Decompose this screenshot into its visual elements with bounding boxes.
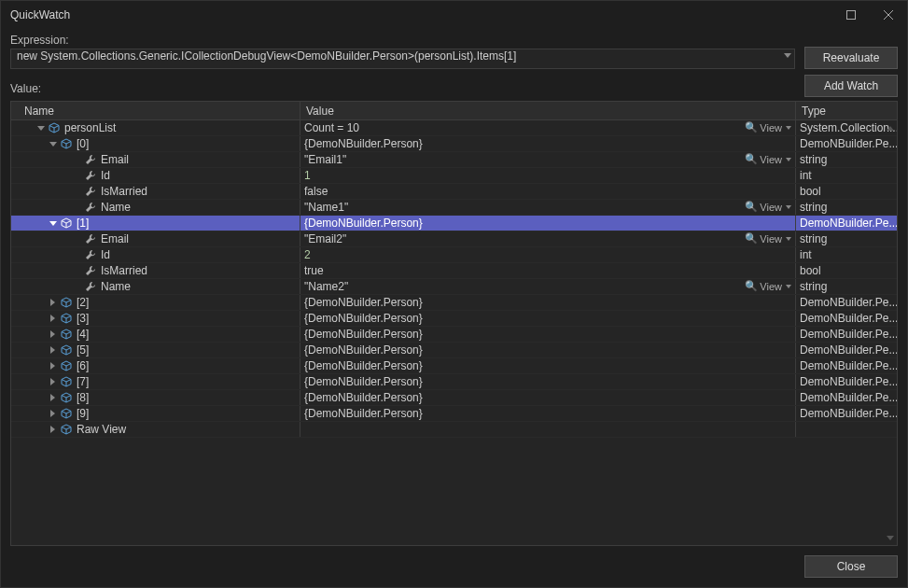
chevron-down-icon[interactable] — [35, 123, 46, 133]
maximize-button[interactable] — [832, 1, 870, 29]
table-row[interactable]: Email"Email1"🔍Viewstring — [11, 152, 897, 168]
table-row[interactable]: [3]{DemoNBuilder.Person}DemoNBuilder.Pe.… — [11, 311, 897, 327]
column-type-header[interactable]: Type — [796, 102, 897, 119]
table-row[interactable]: [7]{DemoNBuilder.Person}DemoNBuilder.Pe.… — [11, 374, 897, 390]
table-row[interactable]: [1]{DemoNBuilder.Person}DemoNBuilder.Pe.… — [11, 216, 897, 231]
add-watch-button[interactable]: Add Watch — [804, 75, 898, 97]
cell-type: DemoNBuilder.Pe... — [796, 216, 897, 231]
cell-value[interactable]: {DemoNBuilder.Person} — [300, 406, 796, 421]
value-label: Value: — [10, 82, 795, 95]
cell-value[interactable]: {DemoNBuilder.Person} — [300, 216, 796, 231]
cell-value[interactable]: {DemoNBuilder.Person} — [300, 390, 796, 405]
cell-value[interactable]: "Email2"🔍View — [300, 231, 796, 246]
cell-value[interactable]: false — [300, 184, 796, 199]
cell-value[interactable]: {DemoNBuilder.Person} — [300, 343, 796, 357]
cell-type: string — [796, 152, 897, 167]
row-name-text: Raw View — [77, 423, 126, 436]
table-row[interactable]: [9]{DemoNBuilder.Person}DemoNBuilder.Pe.… — [11, 406, 897, 422]
cell-value[interactable]: "Name1"🔍View — [300, 200, 796, 215]
property-icon — [84, 153, 97, 166]
chevron-right-icon[interactable] — [48, 425, 58, 435]
chevron-down-icon[interactable] — [786, 158, 791, 161]
view-visualizer-button[interactable]: 🔍View — [745, 121, 791, 133]
view-visualizer-button[interactable]: 🔍View — [745, 232, 791, 245]
cell-value[interactable]: {DemoNBuilder.Person} — [300, 358, 796, 373]
chevron-down-icon[interactable] — [786, 285, 791, 288]
cell-value[interactable]: true — [300, 263, 796, 278]
table-row[interactable]: Id2int — [11, 247, 897, 263]
chevron-right-icon[interactable] — [48, 409, 58, 419]
row-value-text: true — [304, 264, 324, 277]
scrollbar[interactable] — [885, 122, 896, 543]
cell-value[interactable]: 1 — [300, 168, 796, 183]
cell-type: bool — [796, 184, 897, 199]
table-row[interactable]: IsMarriedfalsebool — [11, 184, 897, 200]
column-value-header[interactable]: Value — [300, 102, 796, 119]
cell-value[interactable]: "Name2"🔍View — [300, 279, 796, 294]
chevron-right-icon[interactable] — [48, 345, 58, 356]
close-button[interactable]: Close — [804, 555, 898, 578]
chevron-right-icon[interactable] — [48, 377, 58, 387]
expression-label: Expression: — [10, 34, 795, 47]
chevron-right-icon[interactable] — [48, 298, 58, 308]
cell-value[interactable]: 2 — [300, 247, 796, 262]
table-row[interactable]: IsMarriedtruebool — [11, 263, 897, 279]
table-row[interactable]: [0]{DemoNBuilder.Person}DemoNBuilder.Pe.… — [11, 136, 897, 152]
chevron-right-icon[interactable] — [48, 329, 58, 340]
object-icon — [60, 359, 73, 372]
chevron-down-icon[interactable] — [48, 218, 58, 229]
row-value-text: {DemoNBuilder.Person} — [304, 343, 423, 357]
table-row[interactable]: [2]{DemoNBuilder.Person}DemoNBuilder.Pe.… — [11, 295, 897, 311]
table-row[interactable]: [5]{DemoNBuilder.Person}DemoNBuilder.Pe.… — [11, 343, 897, 358]
table-row[interactable]: personListCount = 10🔍ViewSystem.Collecti… — [11, 120, 897, 136]
table-row[interactable]: Name"Name1"🔍Viewstring — [11, 200, 897, 216]
titlebar[interactable]: QuickWatch — [1, 1, 907, 29]
cell-type: DemoNBuilder.Pe... — [796, 343, 897, 357]
cell-type: DemoNBuilder.Pe... — [796, 311, 897, 326]
chevron-right-icon[interactable] — [48, 361, 58, 371]
table-row[interactable]: [6]{DemoNBuilder.Person}DemoNBuilder.Pe.… — [11, 358, 897, 374]
view-visualizer-button[interactable]: 🔍View — [745, 280, 791, 292]
column-name-header[interactable]: Name — [11, 102, 300, 119]
view-visualizer-button[interactable]: 🔍View — [745, 153, 791, 165]
chevron-right-icon[interactable] — [48, 314, 58, 324]
chevron-down-icon[interactable] — [786, 205, 791, 209]
cell-value[interactable]: {DemoNBuilder.Person} — [300, 374, 796, 389]
view-visualizer-button[interactable]: 🔍View — [745, 201, 791, 213]
cell-type: string — [796, 279, 897, 294]
table-row[interactable]: [4]{DemoNBuilder.Person}DemoNBuilder.Pe.… — [11, 327, 897, 343]
cell-value[interactable]: {DemoNBuilder.Person} — [300, 295, 796, 310]
cell-name: [1] — [11, 216, 300, 231]
row-value-text: {DemoNBuilder.Person} — [304, 391, 423, 404]
reevaluate-button[interactable]: Reevaluate — [804, 47, 898, 69]
cell-value[interactable] — [300, 422, 796, 437]
cell-value[interactable]: {DemoNBuilder.Person} — [300, 311, 796, 326]
row-name-text: [9] — [77, 407, 89, 420]
cell-value[interactable]: Count = 10🔍View — [300, 120, 796, 135]
close-window-button[interactable] — [870, 1, 907, 29]
chevron-down-icon[interactable] — [48, 139, 58, 149]
row-value-text: {DemoNBuilder.Person} — [304, 328, 423, 341]
object-icon — [60, 217, 73, 230]
object-icon — [48, 121, 61, 134]
table-row[interactable]: [8]{DemoNBuilder.Person}DemoNBuilder.Pe.… — [11, 390, 897, 406]
table-row[interactable]: Email"Email2"🔍Viewstring — [11, 231, 897, 247]
chevron-right-icon[interactable] — [48, 393, 58, 403]
table-row[interactable]: Id1int — [11, 168, 897, 184]
cell-value[interactable]: {DemoNBuilder.Person} — [300, 136, 796, 151]
cell-value[interactable]: {DemoNBuilder.Person} — [300, 327, 796, 342]
cell-value[interactable]: "Email1"🔍View — [300, 152, 796, 167]
cell-type: DemoNBuilder.Pe... — [796, 406, 897, 421]
cell-type: System.Collection... — [796, 120, 897, 135]
cell-name: [4] — [11, 327, 300, 342]
table-row[interactable]: Name"Name2"🔍Viewstring — [11, 279, 897, 295]
spacer — [72, 187, 82, 197]
scroll-up-icon[interactable] — [885, 122, 896, 133]
dropdown-icon[interactable] — [784, 53, 791, 58]
scroll-down-icon[interactable] — [885, 532, 896, 543]
chevron-down-icon[interactable] — [786, 126, 791, 130]
expression-input[interactable]: new System.Collections.Generic.ICollecti… — [10, 49, 795, 69]
object-icon — [60, 407, 73, 420]
table-row[interactable]: Raw View — [11, 422, 897, 438]
chevron-down-icon[interactable] — [786, 237, 791, 241]
